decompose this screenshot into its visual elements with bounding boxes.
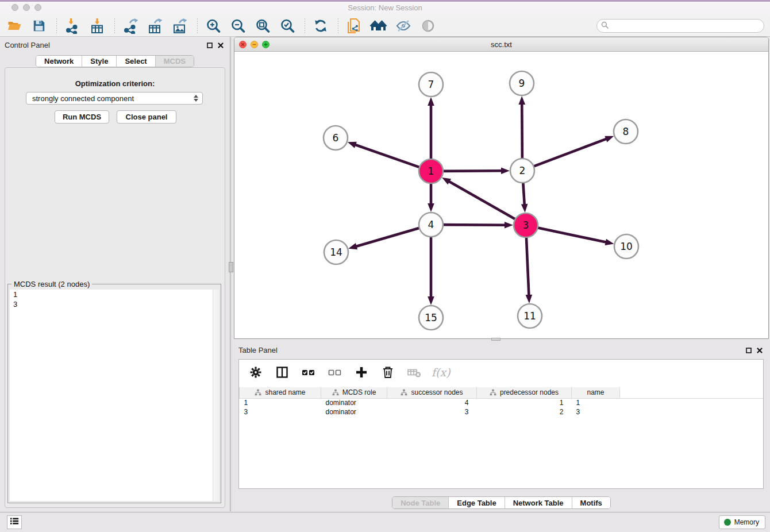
export-table-button[interactable] (145, 17, 165, 34)
tab-network-table[interactable]: Network Table (505, 497, 572, 508)
edge-1-7[interactable] (428, 97, 434, 161)
optimization-criterion-dropdown[interactable]: strongly connected component (26, 92, 203, 105)
tab-select[interactable]: Select (117, 56, 155, 67)
network-canvas[interactable]: 7968124314101511 (234, 52, 768, 338)
tab-style[interactable]: Style (82, 56, 117, 67)
node-11[interactable]: 11 (518, 304, 542, 328)
run-mcds-button[interactable]: Run MCDS (55, 110, 109, 124)
table-cell[interactable]: 1 (240, 398, 321, 407)
edge-2-3[interactable] (521, 181, 528, 213)
ndex-file-button[interactable] (344, 17, 364, 34)
mcds-result-textarea[interactable]: 13 (10, 290, 219, 501)
export-image-button[interactable] (170, 17, 190, 34)
tab-network[interactable]: Network (36, 56, 82, 67)
table-settings-button[interactable] (246, 364, 265, 381)
zoom-out-button[interactable] (228, 17, 248, 34)
import-network-button[interactable] (63, 17, 82, 34)
edge-3-1[interactable] (442, 178, 517, 220)
table-cell[interactable]: 3 (387, 407, 477, 417)
node-6[interactable]: 6 (324, 126, 348, 150)
search-field[interactable] (596, 19, 764, 33)
edge-1-6[interactable] (348, 142, 421, 168)
zoom-selected-button[interactable] (278, 17, 297, 34)
splitter-grip[interactable] (229, 262, 233, 272)
node-10[interactable]: 10 (614, 234, 638, 259)
export-network-icon (123, 18, 138, 34)
close-panel-button[interactable]: Close panel (117, 110, 176, 124)
table-cell[interactable]: 1 (572, 398, 620, 407)
table-cell[interactable]: 1 (477, 398, 572, 407)
toggle-columns-button[interactable] (272, 364, 292, 381)
control-panel-float-icon[interactable] (206, 41, 213, 51)
hide-graphics-details-button[interactable] (394, 17, 413, 34)
column-header-name[interactable]: name (572, 387, 620, 398)
unselect-all-rows-button[interactable] (325, 364, 345, 381)
node-4[interactable]: 4 (419, 213, 443, 237)
table-row[interactable]: 1dominator411 (240, 398, 764, 407)
select-all-rows-button[interactable] (299, 364, 318, 381)
edge-4-3[interactable] (441, 222, 513, 229)
delete-column-button[interactable] (405, 364, 424, 381)
column-header-successor-nodes[interactable]: successor nodes (387, 387, 477, 398)
table-cell[interactable]: 3 (572, 407, 620, 417)
vertical-splitter[interactable] (230, 37, 232, 511)
open-session-button[interactable] (5, 17, 24, 34)
edge-2-8[interactable] (532, 136, 614, 167)
table-cell[interactable]: 3 (240, 407, 321, 417)
edge-1-2[interactable] (441, 167, 510, 174)
edge-3-11[interactable] (526, 236, 533, 303)
export-network-button[interactable] (121, 17, 140, 34)
cyndex-home-button[interactable] (369, 17, 388, 34)
node-15[interactable]: 15 (419, 306, 443, 330)
table-cell[interactable]: dominator (321, 398, 387, 407)
table-cell[interactable]: 2 (477, 407, 572, 417)
horizontal-splitter-grip[interactable] (491, 338, 500, 341)
node-table: shared nameMCDS rolesuccessor nodesprede… (239, 387, 763, 417)
column-header-shared-name[interactable]: shared name (240, 387, 321, 398)
arrowhead-icon (605, 239, 614, 245)
tab-node-table[interactable]: Node Table (392, 497, 449, 508)
node-9[interactable]: 9 (510, 71, 534, 95)
search-input[interactable] (611, 21, 764, 31)
zoom-fit-button[interactable] (253, 17, 272, 34)
node-3[interactable]: 3 (514, 213, 538, 237)
control-panel-close-icon[interactable] (217, 41, 224, 51)
zoom-in-button[interactable] (203, 17, 223, 34)
table-panel-float-icon[interactable] (745, 346, 752, 356)
refresh-layout-button[interactable] (311, 17, 330, 34)
edge-3-10[interactable] (536, 228, 614, 245)
show-graphics-details-button[interactable] (418, 17, 438, 34)
import-table-button[interactable] (87, 17, 107, 34)
node-14[interactable]: 14 (324, 240, 348, 264)
edge-4-14[interactable] (348, 228, 421, 249)
table-panel-close-icon[interactable] (756, 346, 763, 356)
tab-edge-table[interactable]: Edge Table (449, 497, 505, 508)
task-history-button[interactable] (7, 515, 22, 529)
result-scrollbar[interactable] (213, 290, 219, 501)
edge-1-4[interactable] (428, 182, 434, 212)
table-cell[interactable]: dominator (321, 407, 387, 417)
mcds-result-title: MCDS result (2 nodes) (11, 280, 92, 288)
edge-2-9[interactable] (518, 96, 525, 160)
add-row-button[interactable] (352, 364, 371, 381)
table-row[interactable]: 3dominator323 (240, 407, 764, 417)
save-session-button[interactable] (29, 17, 49, 34)
function-builder-button[interactable]: f(x) (431, 364, 451, 381)
node-7[interactable]: 7 (419, 72, 443, 97)
memory-button[interactable]: Memory (719, 515, 765, 529)
tab-mcds[interactable]: MCDS (156, 56, 194, 67)
node-1[interactable]: 1 (419, 159, 443, 183)
node-2[interactable]: 2 (510, 159, 534, 183)
table-toolbar: f(x) (239, 360, 763, 385)
delete-rows-button[interactable] (378, 364, 398, 381)
arrowhead-icon (521, 204, 528, 213)
network-window-titlebar[interactable]: scc.txt (234, 37, 768, 52)
table-cell[interactable]: 4 (387, 398, 477, 407)
tab-motifs[interactable]: Motifs (572, 497, 610, 508)
edge-4-15[interactable] (428, 235, 434, 305)
column-header-predecessor-nodes[interactable]: predecessor nodes (477, 387, 572, 398)
node-8[interactable]: 8 (614, 119, 638, 144)
add-row-icon (355, 365, 368, 379)
task-list-icon (10, 517, 19, 527)
column-header-MCDS-role[interactable]: MCDS role (321, 387, 387, 398)
